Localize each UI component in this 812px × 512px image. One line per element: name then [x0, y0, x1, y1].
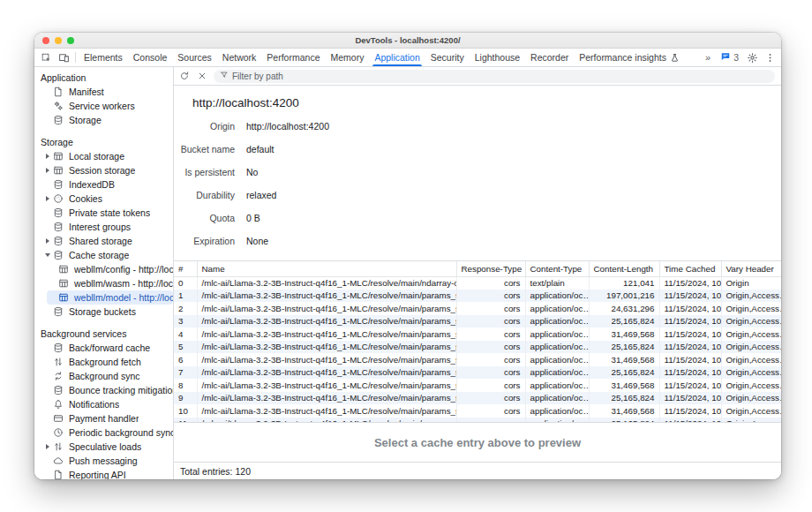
- tab-elements[interactable]: Elements: [79, 49, 128, 66]
- sidebar-item-webllm-config-http-loc[interactable]: webllm/config - http://loc…: [34, 262, 173, 276]
- database-icon: [53, 222, 64, 232]
- disclosure-right-icon[interactable]: [42, 196, 53, 201]
- cell: cors: [456, 315, 525, 328]
- tab-security[interactable]: Security: [425, 49, 470, 66]
- sidebar-item-private-state-tokens[interactable]: Private state tokens: [34, 206, 173, 220]
- cell: Origin,Access…: [721, 328, 781, 341]
- cache-entry-row[interactable]: 10/mlc-ai/Llama-3.2-3B-Instruct-q4f16_1-…: [174, 404, 781, 418]
- sidebar-item-service-workers[interactable]: Service workers: [34, 99, 173, 113]
- sidebar-item-speculative-loads[interactable]: Speculative loads: [34, 440, 173, 454]
- sidebar-item-reporting-api[interactable]: Reporting API: [34, 468, 173, 479]
- tab-lighthouse[interactable]: Lighthouse: [470, 49, 525, 66]
- cell: cors: [456, 379, 525, 392]
- column-header-vary-header[interactable]: Vary Header: [721, 261, 781, 276]
- inspect-element-icon[interactable]: [37, 49, 55, 66]
- cell: /mlc-ai/Llama-3.2-3B-Instruct-q4f16_1-ML…: [197, 353, 456, 366]
- clear-icon[interactable]: [196, 70, 208, 82]
- tab-recorder[interactable]: Recorder: [525, 49, 574, 66]
- sidebar-item-local-storage[interactable]: Local storage: [34, 149, 173, 163]
- issues-button[interactable]: 3: [716, 51, 743, 64]
- sidebar-section-title: Background services: [34, 327, 173, 341]
- cell: 31,469,568: [589, 328, 659, 341]
- filter-input[interactable]: Filter by path: [214, 70, 775, 83]
- sidebar-item-bounce-tracking-mitigations[interactable]: Bounce tracking mitigations: [34, 383, 173, 397]
- device-toolbar-icon[interactable]: [55, 49, 72, 66]
- sidebar-item-periodic-background-sync[interactable]: Periodic background sync: [34, 425, 173, 440]
- tab-performance[interactable]: Performance: [261, 49, 325, 66]
- sidebar-item-manifest[interactable]: Manifest: [34, 85, 173, 99]
- menu-icon[interactable]: [761, 52, 778, 64]
- grid-icon: [58, 292, 69, 303]
- disclosure-right-icon[interactable]: [42, 444, 53, 449]
- more-tabs-button[interactable]: »: [701, 52, 716, 63]
- cache-entry-row[interactable]: 1/mlc-ai/Llama-3.2-3B-Instruct-q4f16_1-M…: [174, 290, 781, 303]
- sidebar-item-interest-groups[interactable]: Interest groups: [34, 220, 173, 234]
- sidebar-item-notifications[interactable]: Notifications: [34, 397, 173, 411]
- sidebar-item-push-messaging[interactable]: Push messaging: [34, 454, 173, 468]
- cell: /mlc-ai/Llama-3.2-3B-Instruct-q4f16_1-ML…: [197, 366, 456, 380]
- column-header-content-length[interactable]: Content-Length: [589, 261, 659, 276]
- cache-entry-row[interactable]: 8/mlc-ai/Llama-3.2-3B-Instruct-q4f16_1-M…: [174, 379, 781, 392]
- cell: 11/15/2024, 10…: [659, 404, 721, 418]
- tab-console[interactable]: Console: [128, 49, 173, 66]
- tab-label: Console: [133, 52, 168, 63]
- cache-entry-row[interactable]: 3/mlc-ai/Llama-3.2-3B-Instruct-q4f16_1-M…: [174, 315, 781, 328]
- meta-value: default: [246, 144, 274, 154]
- close-window-button[interactable]: [42, 37, 49, 44]
- preview-pane: Select a cache entry above to preview: [174, 423, 781, 462]
- sidebar-item-storage[interactable]: Storage: [34, 113, 173, 127]
- sidebar-item-background-fetch[interactable]: Background fetch: [34, 355, 173, 369]
- cache-toolbar: Filter by path: [174, 67, 781, 86]
- disclosure-down-icon[interactable]: [42, 253, 53, 257]
- cache-entry-row[interactable]: 5/mlc-ai/Llama-3.2-3B-Instruct-q4f16_1-M…: [174, 341, 781, 354]
- tab-network[interactable]: Network: [217, 49, 262, 66]
- column-header-[interactable]: #: [174, 261, 197, 276]
- cell: 11/15/2024, 10…: [659, 392, 721, 405]
- sidebar-item-label: Reporting API: [69, 470, 126, 479]
- cell: 24,631,296: [589, 302, 659, 315]
- cache-entry-row[interactable]: 4/mlc-ai/Llama-3.2-3B-Instruct-q4f16_1-M…: [174, 328, 781, 341]
- sidebar-item-payment-handler[interactable]: Payment handler: [34, 411, 173, 425]
- tab-label: Performance: [267, 52, 320, 63]
- sidebar-item-background-sync[interactable]: Background sync: [34, 369, 173, 383]
- cache-entry-row[interactable]: 2/mlc-ai/Llama-3.2-3B-Instruct-q4f16_1-M…: [174, 302, 781, 315]
- preview-message: Select a cache entry above to preview: [374, 436, 581, 449]
- sidebar-item-session-storage[interactable]: Session storage: [34, 163, 173, 177]
- tab-performance-insights[interactable]: Performance insights: [574, 49, 685, 66]
- cell: 11/15/2024, 10…: [659, 379, 721, 392]
- sidebar-item-cookies[interactable]: Cookies: [34, 192, 173, 206]
- disclosure-right-icon[interactable]: [42, 238, 53, 244]
- column-header-response-type[interactable]: Response-Type: [456, 261, 525, 276]
- sidebar-item-storage-buckets[interactable]: Storage buckets: [34, 305, 173, 319]
- cache-entry-row[interactable]: 7/mlc-ai/Llama-3.2-3B-Instruct-q4f16_1-M…: [174, 366, 781, 380]
- refresh-icon[interactable]: [178, 70, 191, 82]
- sidebar-item-label: Private state tokens: [69, 207, 150, 218]
- sidebar-item-shared-storage[interactable]: Shared storage: [34, 234, 173, 248]
- column-header-name[interactable]: Name: [197, 261, 456, 276]
- meta-value: http://localhost:4200: [246, 121, 329, 132]
- tab-memory[interactable]: Memory: [325, 49, 369, 66]
- sidebar-item-label: Background sync: [69, 371, 140, 381]
- sidebar-item-webllm-model-http-loc[interactable]: webllm/model - http://loc…: [47, 290, 173, 305]
- tab-sources[interactable]: Sources: [172, 49, 217, 66]
- sidebar-item-back-forward-cache[interactable]: Back/forward cache: [34, 341, 173, 355]
- cache-entry-row[interactable]: 6/mlc-ai/Llama-3.2-3B-Instruct-q4f16_1-M…: [174, 353, 781, 366]
- maximize-window-button[interactable]: [67, 37, 74, 44]
- cell: application/oc…: [525, 328, 589, 341]
- disclosure-right-icon[interactable]: [42, 154, 53, 159]
- cell: 11/15/2024, 10…: [659, 328, 721, 341]
- disclosure-right-icon[interactable]: [42, 168, 53, 173]
- sidebar-item-indexeddb[interactable]: IndexedDB: [34, 177, 173, 192]
- cache-entry-row[interactable]: 9/mlc-ai/Llama-3.2-3B-Instruct-q4f16_1-M…: [174, 392, 781, 405]
- tab-application[interactable]: Application: [369, 49, 425, 66]
- sidebar-item-webllm-wasm-http-loca[interactable]: webllm/wasm - http://loca…: [34, 276, 173, 290]
- settings-icon[interactable]: [743, 52, 761, 64]
- cell: 11/15/2024, 10…: [659, 366, 721, 380]
- cache-entry-row[interactable]: 0/mlc-ai/Llama-3.2-3B-Instruct-q4f16_1-M…: [174, 276, 781, 290]
- column-header-content-type[interactable]: Content-Type: [525, 261, 589, 276]
- cell: application/oc…: [525, 366, 589, 380]
- statusbar: Total entries: 120: [174, 462, 781, 479]
- column-header-time-cached[interactable]: Time Cached: [659, 261, 721, 276]
- minimize-window-button[interactable]: [55, 37, 62, 44]
- sidebar-item-cache-storage[interactable]: Cache storage: [34, 248, 173, 262]
